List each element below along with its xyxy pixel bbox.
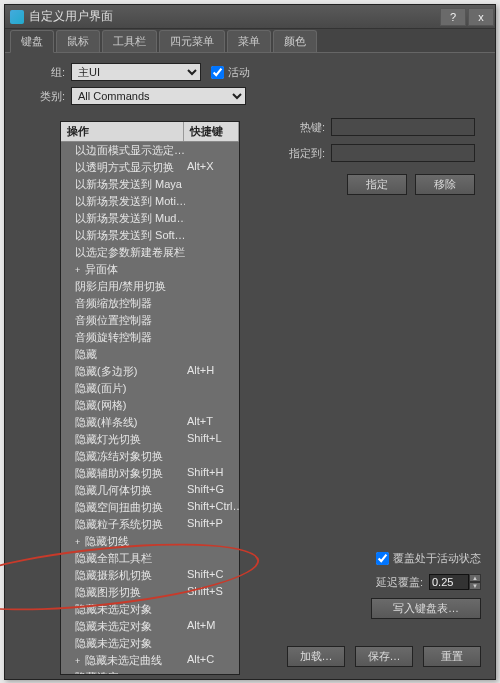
table-row[interactable]: 隐藏冻结对象切换: [61, 448, 239, 465]
table-row[interactable]: 隐藏选定: [61, 669, 239, 675]
table-row[interactable]: 隐藏空间扭曲切换Shift+Ctrl…: [61, 499, 239, 516]
tab-mouse[interactable]: 鼠标: [56, 30, 100, 52]
shortcut-cell: [185, 397, 237, 414]
table-row[interactable]: 隐藏辅助对象切换Shift+H: [61, 465, 239, 482]
action-cell: 隐藏(样条线): [63, 414, 185, 431]
table-row[interactable]: +隐藏未选定曲线Alt+C: [61, 652, 239, 669]
customize-ui-dialog: 自定义用户界面 ? x 键盘 鼠标 工具栏 四元菜单 菜单 颜色 组: 主UI …: [4, 4, 496, 680]
action-cell: 隐藏空间扭曲切换: [63, 499, 185, 516]
shortcut-cell: [185, 448, 237, 465]
write-keyboard-button[interactable]: 写入键盘表…: [371, 598, 481, 619]
tab-keyboard[interactable]: 键盘: [10, 30, 54, 53]
shortcut-cell: [185, 533, 237, 550]
override-checkbox[interactable]: [376, 552, 389, 565]
spin-down-icon[interactable]: ▼: [469, 582, 481, 590]
table-row[interactable]: 以新场景发送到 Mud…: [61, 210, 239, 227]
delay-label: 延迟覆盖:: [376, 575, 423, 590]
app-icon: [10, 10, 24, 24]
table-row[interactable]: 以新场景发送到 Soft…: [61, 227, 239, 244]
action-cell: 以新场景发送到 Soft…: [63, 227, 185, 244]
table-row[interactable]: 音频位置控制器: [61, 312, 239, 329]
shortcut-cell: [185, 193, 237, 210]
table-row[interactable]: 隐藏几何体切换Shift+G: [61, 482, 239, 499]
table-row[interactable]: 隐藏摄影机切换Shift+C: [61, 567, 239, 584]
table-row[interactable]: 隐藏(样条线)Alt+T: [61, 414, 239, 431]
table-header: 操作 快捷键: [61, 122, 239, 142]
hotkey-label: 热键:: [265, 120, 325, 135]
table-body[interactable]: 以边面模式显示选定…以透明方式显示切换Alt+X以新场景发送到 Maya以新场景…: [61, 142, 239, 675]
expander-icon[interactable]: +: [75, 537, 85, 547]
table-row[interactable]: 隐藏未选定对象: [61, 601, 239, 618]
remove-button[interactable]: 移除: [415, 174, 475, 195]
table-row[interactable]: 隐藏(多边形)Alt+H: [61, 363, 239, 380]
action-cell: 隐藏几何体切换: [63, 482, 185, 499]
table-row[interactable]: 以新场景发送到 Maya: [61, 176, 239, 193]
group-label: 组:: [15, 65, 65, 80]
table-row[interactable]: 音频旋转控制器: [61, 329, 239, 346]
table-row[interactable]: 隐藏粒子系统切换Shift+P: [61, 516, 239, 533]
shortcut-cell: [185, 669, 237, 675]
action-cell: 音频旋转控制器: [63, 329, 185, 346]
shortcut-cell: [185, 312, 237, 329]
table-row[interactable]: 隐藏灯光切换Shift+L: [61, 431, 239, 448]
table-row[interactable]: +异面体: [61, 261, 239, 278]
action-cell: 隐藏摄影机切换: [63, 567, 185, 584]
category-select[interactable]: All Commands: [71, 87, 246, 105]
expander-icon[interactable]: +: [75, 265, 85, 275]
save-button[interactable]: 保存…: [355, 646, 413, 667]
action-cell: 隐藏全部工具栏: [63, 550, 185, 567]
expander-icon[interactable]: +: [75, 656, 85, 666]
table-row[interactable]: 隐藏(网格): [61, 397, 239, 414]
action-cell: 隐藏冻结对象切换: [63, 448, 185, 465]
shortcut-cell: [185, 176, 237, 193]
assigned-label: 指定到:: [265, 146, 325, 161]
active-checkbox[interactable]: [211, 66, 224, 79]
shortcut-cell: Shift+H: [185, 465, 237, 482]
col-key[interactable]: 快捷键: [184, 122, 239, 141]
table-row[interactable]: 音频缩放控制器: [61, 295, 239, 312]
action-cell: 以新场景发送到 Mud…: [63, 210, 185, 227]
table-row[interactable]: 以新场景发送到 Moti…: [61, 193, 239, 210]
close-button[interactable]: x: [468, 8, 494, 26]
action-cell: 以选定参数新建卷展栏: [63, 244, 185, 261]
action-cell: 隐藏选定: [63, 669, 185, 675]
title-bar: 自定义用户界面 ? x: [5, 5, 495, 29]
table-row[interactable]: +隐藏切线: [61, 533, 239, 550]
load-button[interactable]: 加载…: [287, 646, 345, 667]
tab-toolbar[interactable]: 工具栏: [102, 30, 157, 52]
shortcut-cell: Alt+H: [185, 363, 237, 380]
group-select[interactable]: 主UI: [71, 63, 201, 81]
table-row[interactable]: 以边面模式显示选定…: [61, 142, 239, 159]
table-row[interactable]: 隐藏未选定对象: [61, 635, 239, 652]
col-action[interactable]: 操作: [61, 122, 184, 141]
table-row[interactable]: 隐藏: [61, 346, 239, 363]
table-row[interactable]: 以透明方式显示切换Alt+X: [61, 159, 239, 176]
assigned-input[interactable]: [331, 144, 475, 162]
table-row[interactable]: 隐藏未选定对象Alt+M: [61, 618, 239, 635]
delay-spinner[interactable]: ▲▼: [429, 574, 481, 590]
shortcut-cell: Shift+L: [185, 431, 237, 448]
shortcut-cell: [185, 601, 237, 618]
tab-bar: 键盘 鼠标 工具栏 四元菜单 菜单 颜色: [5, 29, 495, 53]
table-row[interactable]: 以选定参数新建卷展栏: [61, 244, 239, 261]
table-row[interactable]: 阴影启用/禁用切换: [61, 278, 239, 295]
tab-quadmenu[interactable]: 四元菜单: [159, 30, 225, 52]
reset-button[interactable]: 重置: [423, 646, 481, 667]
action-cell: 隐藏未选定对象: [63, 601, 185, 618]
table-row[interactable]: 隐藏(面片): [61, 380, 239, 397]
help-button[interactable]: ?: [440, 8, 466, 26]
table-row[interactable]: 隐藏图形切换Shift+S: [61, 584, 239, 601]
keyboard-panel: 组: 主UI 活动 类别: All Commands 操作 快捷键 以边面模式显…: [5, 53, 495, 679]
tab-menu[interactable]: 菜单: [227, 30, 271, 52]
action-cell: 隐藏粒子系统切换: [63, 516, 185, 533]
shortcut-cell: [185, 278, 237, 295]
action-cell: 以新场景发送到 Maya: [63, 176, 185, 193]
shortcut-cell: Alt+C: [185, 652, 237, 669]
assign-button[interactable]: 指定: [347, 174, 407, 195]
shortcut-cell: Shift+C: [185, 567, 237, 584]
table-row[interactable]: 隐藏全部工具栏: [61, 550, 239, 567]
spin-up-icon[interactable]: ▲: [469, 574, 481, 582]
hotkey-input[interactable]: [331, 118, 475, 136]
tab-color[interactable]: 颜色: [273, 30, 317, 52]
footer-buttons: 加载… 保存… 重置: [287, 646, 481, 667]
